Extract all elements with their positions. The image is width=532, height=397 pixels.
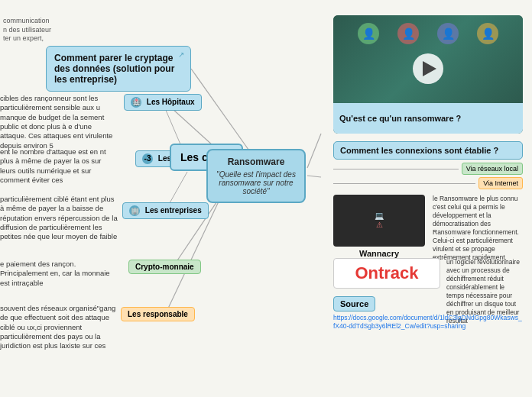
icon-person1: 👤 [358, 23, 379, 44]
conn-tag-local: Via réseaux local [462, 163, 523, 175]
wannacry-box: 💻⚠ Wannacry [333, 195, 425, 258]
video-caption: Qu'est ce qu'un ransomware ? [333, 103, 523, 134]
central-node: Ransomware "Quelle est l'impact des rans… [206, 149, 306, 203]
connection-item-1: Via réseaux local [333, 163, 523, 175]
video-thumbnail: 👤 👤 👤 👤 [333, 15, 523, 103]
play-button[interactable] [413, 53, 443, 84]
crypto-node: Crypto-monnaie [128, 260, 201, 274]
wannacry-label: Wannacry [333, 249, 425, 258]
hopitaux-text: cibles des rançonneur sont les particuli… [0, 94, 118, 150]
entreprises-node: 🏢 Les entreprises [122, 202, 209, 219]
video-icons: 👤 👤 👤 👤 [333, 23, 523, 44]
heading-node: Comment parer le cryptage des données (s… [46, 46, 191, 92]
entreprises-text: particulièrement ciblé étant ent plus à … [0, 195, 118, 242]
connections-title: Comment les connexions sont établie ? [333, 141, 523, 160]
ontrack-box: Ontrack [333, 258, 440, 289]
source-box: Source https://docs.google.com/document/… [333, 296, 523, 331]
wannacry-text: le Ransomware le plus connu c'est celui … [433, 195, 523, 262]
heading-title: Comment parer le cryptage des données (s… [54, 53, 174, 85]
external-link-icon[interactable]: ↗ [178, 50, 184, 59]
conn-tag-internet: Via Internet [478, 177, 523, 189]
icon-person2: 👤 [397, 23, 419, 44]
icon-person3: 👤 [437, 23, 459, 44]
right-panel: 👤 👤 👤 👤 Qu'est ce qu'un ransomware ? Com… [326, 0, 532, 397]
conn-line-2 [333, 183, 475, 184]
central-subtitle: "Quelle est l'impact des ransomware sur … [214, 170, 298, 195]
crypto-text: e paiement des rançon. Principalement en… [0, 260, 118, 288]
conn-line-1 [333, 169, 459, 169]
icon-person4: 👤 [477, 23, 498, 44]
video-box[interactable]: 👤 👤 👤 👤 Qu'est ce qu'un ransomware ? [333, 15, 523, 134]
responsables-text: souvent des réseaux organisé"gang de que… [0, 304, 118, 351]
menages-text: ent le nombre d'attaque est en nt plus à… [0, 147, 118, 185]
hopitaux-node: 🏥 Les Hôpitaux [124, 94, 202, 111]
hopitaux-icon: 🏥 [131, 97, 141, 108]
svg-line-9 [307, 176, 321, 177]
connections-box: Comment les connexions sont établie ? Vi… [333, 141, 523, 192]
wannacry-image: 💻⚠ [333, 195, 425, 247]
entreprises-icon: 🏢 [129, 205, 140, 216]
connection-item-2: Via Internet [333, 177, 523, 189]
source-label: Source [333, 296, 375, 311]
top-left-text: communication n des utilisateur ter un e… [0, 15, 99, 45]
ontrack-logo: Ontrack [355, 263, 418, 283]
central-title: Ransomware [214, 157, 298, 167]
svg-line-8 [307, 134, 321, 168]
menages-icon: -3 [142, 153, 153, 164]
source-url[interactable]: https://docs.google.com/document/d/1ldC3… [333, 314, 523, 331]
responsables-node: Les responsable [121, 307, 195, 321]
